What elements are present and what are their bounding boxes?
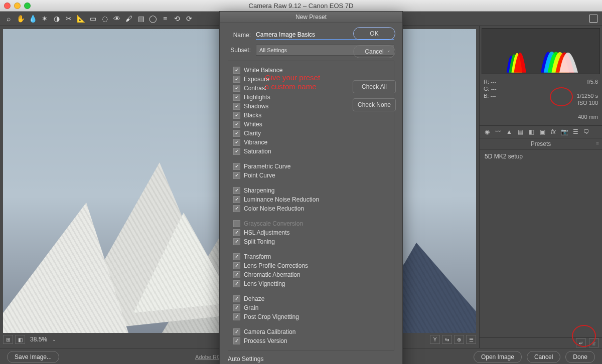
checkbox-box[interactable] bbox=[233, 139, 240, 146]
checkbox-grain[interactable]: Grain bbox=[233, 304, 389, 312]
tab-camera-icon[interactable]: 📷 bbox=[559, 127, 570, 137]
preset-item[interactable]: 5D MK2 setup bbox=[485, 153, 597, 160]
done-button[interactable]: Done bbox=[565, 351, 595, 363]
tab-lens-icon[interactable]: ▣ bbox=[537, 127, 548, 137]
straighten-tool-icon[interactable]: 📐 bbox=[75, 13, 86, 24]
check-all-button[interactable]: Check All bbox=[353, 80, 396, 93]
red-eye-tool-icon[interactable]: 👁 bbox=[111, 13, 122, 24]
color-sampler-tool-icon[interactable]: ✶ bbox=[39, 13, 50, 24]
save-image-button[interactable]: Save Image... bbox=[7, 351, 59, 363]
checkbox-label: Split Toning bbox=[244, 238, 275, 246]
checkbox-box[interactable] bbox=[233, 196, 240, 203]
cancel-button[interactable]: Cancel bbox=[527, 351, 560, 363]
checkbox-box[interactable] bbox=[233, 238, 240, 245]
checkbox-box[interactable] bbox=[233, 253, 240, 260]
fullscreen-toggle-icon[interactable] bbox=[588, 13, 599, 24]
checkbox-box[interactable] bbox=[233, 280, 240, 287]
checkbox-dehaze[interactable]: Dehaze bbox=[233, 295, 389, 303]
open-image-button[interactable]: Open Image bbox=[474, 351, 522, 363]
checkbox-box[interactable] bbox=[233, 313, 240, 320]
rotate-ccw-icon[interactable]: ⟲ bbox=[172, 13, 183, 24]
adjustment-brush-tool-icon[interactable]: 🖌 bbox=[123, 13, 134, 24]
checkbox-box[interactable] bbox=[233, 187, 240, 194]
transform-tool-icon[interactable]: ▭ bbox=[87, 13, 98, 24]
preset-list[interactable]: 5D MK2 setup bbox=[480, 150, 602, 337]
checkbox-box[interactable] bbox=[233, 85, 240, 92]
checkbox-camera-calibration[interactable]: Camera Calibration bbox=[233, 328, 389, 336]
checkbox-box[interactable] bbox=[233, 163, 240, 170]
checkbox-clarity[interactable]: Clarity bbox=[233, 129, 389, 137]
checkbox-box[interactable] bbox=[233, 76, 240, 83]
swap-icon[interactable]: ⇆ bbox=[442, 335, 452, 344]
check-none-button[interactable]: Check None bbox=[353, 98, 396, 111]
radial-filter-tool-icon[interactable]: ◯ bbox=[147, 13, 159, 24]
crop-tool-icon[interactable]: ✂ bbox=[63, 13, 74, 24]
checkbox-sharpening[interactable]: Sharpening bbox=[233, 187, 389, 195]
zoom-menu-icon[interactable]: ⌄ bbox=[52, 337, 56, 342]
rotate-cw-icon[interactable]: ⟳ bbox=[184, 13, 195, 24]
checkbox-box[interactable] bbox=[233, 271, 240, 278]
info-r: R: --- bbox=[484, 78, 497, 85]
histogram[interactable] bbox=[482, 28, 600, 74]
checkbox-box[interactable] bbox=[233, 304, 240, 311]
checkbox-box[interactable] bbox=[233, 172, 240, 179]
checkbox-box[interactable] bbox=[233, 121, 240, 128]
hand-tool-icon[interactable]: ✋ bbox=[15, 13, 26, 24]
graduated-filter-tool-icon[interactable]: ▤ bbox=[135, 13, 146, 24]
checkbox-box[interactable] bbox=[233, 205, 240, 212]
tab-snapshots-icon[interactable]: 🗨 bbox=[581, 127, 592, 137]
checkbox-box[interactable] bbox=[233, 94, 240, 101]
targeted-adjustment-tool-icon[interactable]: ◑ bbox=[51, 13, 62, 24]
checkbox-box[interactable] bbox=[233, 130, 240, 137]
ok-button[interactable]: OK bbox=[353, 27, 395, 40]
checkbox-process-version[interactable]: Process Version bbox=[233, 337, 389, 345]
checkbox-box[interactable] bbox=[233, 337, 240, 344]
tab-basic-icon[interactable]: ◉ bbox=[482, 127, 493, 137]
panel-tabs: ◉ 〰 ▲ ▤ ◧ ▣ fx 📷 ☰ 🗨 bbox=[480, 125, 602, 138]
spot-removal-tool-icon[interactable]: ◌ bbox=[99, 13, 110, 24]
copy-settings-icon[interactable]: ⊕ bbox=[454, 335, 464, 344]
checkbox-split-toning[interactable]: Split Toning bbox=[233, 238, 389, 246]
checkbox-post-crop-vignetting[interactable]: Post Crop Vignetting bbox=[233, 313, 389, 321]
checkbox-luminance-noise-reduction[interactable]: Luminance Noise Reduction bbox=[233, 196, 389, 204]
checkbox-label: Exposure bbox=[244, 75, 269, 83]
checkbox-box[interactable] bbox=[233, 262, 240, 269]
preview-grid-icon[interactable]: ⊞ bbox=[3, 335, 13, 344]
tab-curve-icon[interactable]: 〰 bbox=[493, 127, 504, 137]
tab-presets-icon[interactable]: ☰ bbox=[570, 127, 581, 137]
checkbox-box[interactable] bbox=[233, 229, 240, 236]
checkbox-box[interactable] bbox=[233, 328, 240, 335]
white-balance-tool-icon[interactable]: 💧 bbox=[27, 13, 38, 24]
preferences-icon[interactable]: ≡ bbox=[160, 13, 171, 24]
checkbox-box[interactable] bbox=[233, 295, 240, 302]
checkbox-transform[interactable]: Transform bbox=[233, 253, 389, 261]
checkbox-lens-profile-corrections[interactable]: Lens Profile Corrections bbox=[233, 262, 389, 270]
checkbox-box[interactable] bbox=[233, 67, 240, 74]
checkbox-hsl-adjustments[interactable]: HSL Adjustments bbox=[233, 229, 389, 237]
checkbox-lens-vignetting[interactable]: Lens Vignetting bbox=[233, 280, 389, 288]
checkbox-chromatic-aberration[interactable]: Chromatic Aberration bbox=[233, 271, 389, 279]
dialog-cancel-button[interactable]: Cancel bbox=[353, 45, 395, 58]
tab-split-icon[interactable]: ◧ bbox=[526, 127, 537, 137]
zoom-tool-icon[interactable]: ⌕ bbox=[3, 13, 14, 24]
zoom-level[interactable]: 38.5% bbox=[27, 335, 50, 343]
checkbox-box[interactable] bbox=[233, 103, 240, 110]
checkbox-color-noise-reduction[interactable]: Color Noise Reduction bbox=[233, 205, 389, 213]
checkbox-grayscale-conversion: Grayscale Conversion bbox=[233, 220, 389, 228]
panel-menu-icon[interactable]: ≡ bbox=[596, 140, 599, 146]
checkbox-box[interactable] bbox=[233, 148, 240, 155]
checkbox-whites[interactable]: Whites bbox=[233, 120, 389, 128]
checkbox-parametric-curve[interactable]: Parametric Curve bbox=[233, 162, 389, 170]
tab-detail-icon[interactable]: ▲ bbox=[504, 127, 515, 137]
checkbox-vibrance[interactable]: Vibrance bbox=[233, 138, 389, 146]
tab-fx-icon[interactable]: fx bbox=[548, 127, 559, 137]
checkbox-saturation[interactable]: Saturation bbox=[233, 147, 389, 155]
tab-hsl-icon[interactable]: ▤ bbox=[515, 127, 526, 137]
checkbox-label: Contrast bbox=[244, 84, 266, 92]
checkbox-box[interactable] bbox=[233, 112, 240, 119]
preview-compare-icon[interactable]: ◧ bbox=[15, 335, 25, 344]
checkbox-blacks[interactable]: Blacks bbox=[233, 111, 389, 119]
preview-prefs-icon[interactable]: ☰ bbox=[466, 335, 476, 344]
checkbox-point-curve[interactable]: Point Curve bbox=[233, 171, 389, 179]
before-after-icon[interactable]: Y bbox=[430, 335, 440, 344]
